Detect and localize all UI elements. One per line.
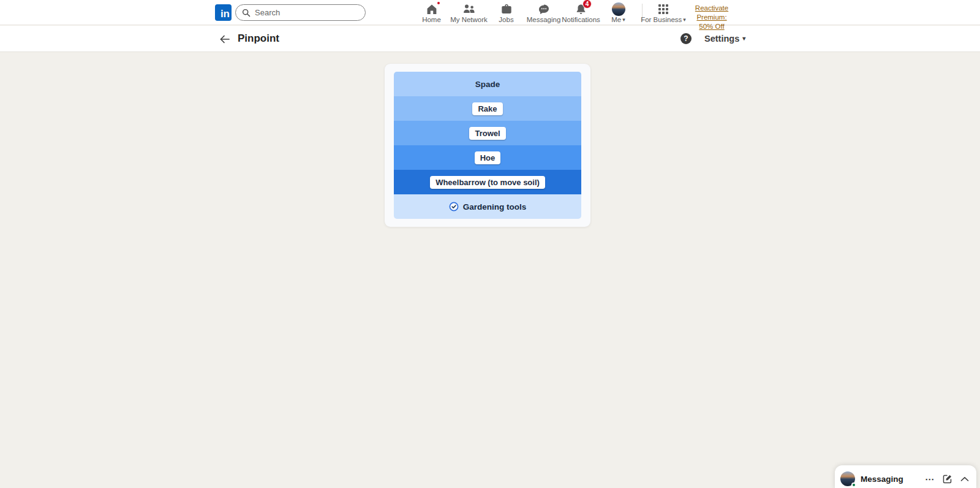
nav-item-my-network[interactable]: My Network: [450, 0, 488, 25]
nav-item-label: Me ▾: [611, 17, 625, 24]
question-mark-icon: ?: [684, 34, 688, 43]
messaging-dock[interactable]: Messaging ⋯: [835, 465, 976, 488]
messaging-dock-title: Messaging: [861, 475, 919, 484]
clue-chip: Rake: [472, 102, 502, 115]
chevron-down-icon: ▾: [622, 17, 625, 23]
nav-item-label: My Network: [450, 17, 488, 24]
page-title: Pinpoint: [238, 32, 279, 45]
more-options-button[interactable]: ⋯: [925, 475, 935, 484]
notifications-count-badge: 4: [582, 0, 592, 9]
premium-line-1: Reactivate Premium:: [680, 4, 744, 22]
pinpoint-game-card: Spade Rake Trowel Hoe Wheelbarrow (to mo…: [385, 64, 590, 227]
premium-line-2: 50% Off: [680, 22, 744, 31]
clue-row-2: Rake: [394, 96, 581, 121]
pinpoint-header: Pinpoint ? Settings ▾: [0, 26, 980, 52]
compose-message-button[interactable]: [943, 474, 952, 484]
clue-row-5: Wheelbarrow (to move soil): [394, 170, 581, 194]
nav-item-me[interactable]: Me ▾: [600, 0, 637, 25]
ellipsis-icon: ⋯: [925, 475, 935, 484]
compose-icon: [943, 474, 952, 484]
settings-button[interactable]: Settings ▾: [704, 34, 745, 44]
my-network-icon: [462, 2, 475, 15]
check-circle-icon: [449, 202, 459, 212]
notifications-bell-icon: 4: [575, 2, 587, 15]
avatar[interactable]: [840, 471, 855, 486]
clue-label: Spade: [475, 80, 500, 89]
nav-item-notifications[interactable]: 4 Notifications: [562, 0, 600, 25]
messaging-dock-actions: ⋯: [925, 474, 969, 484]
chevron-down-icon: ▾: [742, 36, 745, 42]
clue-chip: Trowel: [469, 127, 505, 140]
primary-nav: Home My Network Jobs Messaging: [413, 0, 637, 25]
nav-item-label: Notifications: [562, 17, 600, 24]
back-button[interactable]: [218, 32, 232, 46]
nav-item-label: For Business ▾: [641, 17, 686, 24]
home-icon: [426, 2, 438, 15]
jobs-icon: [500, 2, 513, 15]
linkedin-logo[interactable]: in: [215, 4, 232, 21]
clue-row-1: Spade: [394, 72, 581, 96]
me-avatar: [612, 2, 625, 15]
nav-item-home[interactable]: Home: [413, 0, 450, 25]
settings-label: Settings: [704, 34, 739, 44]
clue-row-3: Trowel: [394, 121, 581, 145]
nav-item-jobs[interactable]: Jobs: [488, 0, 525, 25]
arrow-left-icon: [219, 33, 231, 45]
pinpoint-board: Spade Rake Trowel Hoe Wheelbarrow (to mo…: [394, 72, 581, 219]
help-button[interactable]: ?: [680, 33, 692, 44]
search-bar[interactable]: [235, 4, 366, 21]
answer-row: Gardening tools: [394, 194, 581, 219]
search-icon: [242, 9, 251, 17]
search-input[interactable]: [255, 8, 359, 17]
nav-item-messaging[interactable]: Messaging: [525, 0, 562, 25]
home-notification-dot: [436, 1, 441, 6]
nav-item-label: Messaging: [527, 17, 561, 24]
top-navbar: in Home My Network: [0, 0, 980, 25]
clue-row-4: Hoe: [394, 145, 581, 170]
expand-messaging-button[interactable]: [960, 476, 969, 482]
nav-item-label: Home: [422, 17, 441, 24]
clue-chip: Hoe: [475, 151, 501, 164]
nav-item-label: Jobs: [499, 17, 513, 24]
messaging-icon: [538, 2, 550, 15]
premium-link[interactable]: Reactivate Premium: 50% Off: [680, 4, 744, 31]
chevron-up-icon: [960, 476, 969, 482]
linkedin-pinpoint-page: in Home My Network: [0, 0, 980, 488]
grid-icon: [658, 2, 669, 15]
answer-label: Gardening tools: [463, 202, 527, 212]
clue-chip: Wheelbarrow (to move soil): [430, 176, 545, 189]
presence-dot: [851, 482, 856, 487]
